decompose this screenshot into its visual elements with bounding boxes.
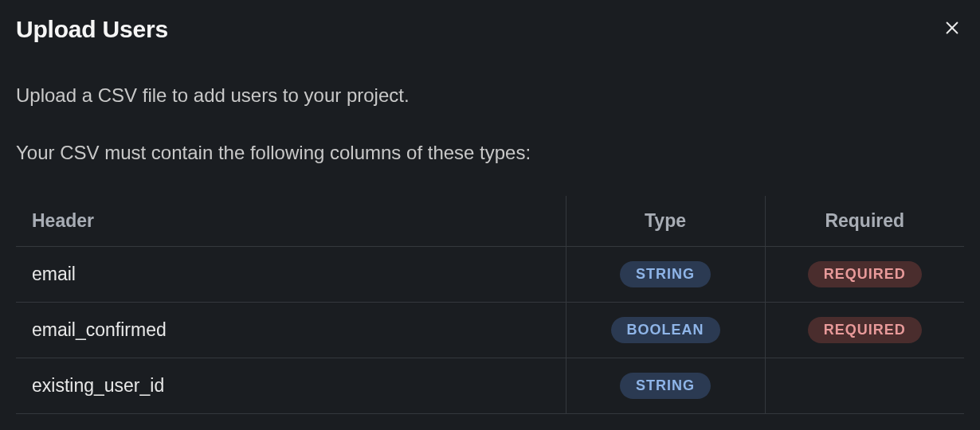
column-header-type: Type <box>566 196 765 247</box>
table-row: existing_user_idSTRING <box>16 358 964 414</box>
cell-required: REQUIRED <box>765 303 964 358</box>
cell-required <box>765 358 964 414</box>
modal-title: Upload Users <box>16 16 168 43</box>
modal-description: Upload a CSV file to add users to your p… <box>16 81 964 110</box>
required-badge: REQUIRED <box>808 261 922 287</box>
type-badge: STRING <box>620 261 711 287</box>
cell-type: STRING <box>566 358 765 414</box>
column-header-required: Required <box>765 196 964 247</box>
cell-required: REQUIRED <box>765 247 964 303</box>
required-badge: REQUIRED <box>808 317 922 343</box>
column-header-header: Header <box>16 196 566 247</box>
cell-header: email_confirmed <box>16 303 566 358</box>
type-badge: STRING <box>620 373 711 399</box>
csv-requirements-table: Header Type Required emailSTRINGREQUIRED… <box>16 196 964 414</box>
cell-header: existing_user_id <box>16 358 566 414</box>
close-button[interactable] <box>940 16 964 42</box>
type-badge: BOOLEAN <box>611 317 720 343</box>
close-icon <box>943 19 961 39</box>
modal-subdescription: Your CSV must contain the following colu… <box>16 139 964 167</box>
modal-header: Upload Users <box>16 16 964 43</box>
table-row: email_confirmedBOOLEANREQUIRED <box>16 303 964 358</box>
cell-type: STRING <box>566 247 765 303</box>
table-header-row: Header Type Required <box>16 196 964 247</box>
table-row: emailSTRINGREQUIRED <box>16 247 964 303</box>
cell-header: email <box>16 247 566 303</box>
cell-type: BOOLEAN <box>566 303 765 358</box>
